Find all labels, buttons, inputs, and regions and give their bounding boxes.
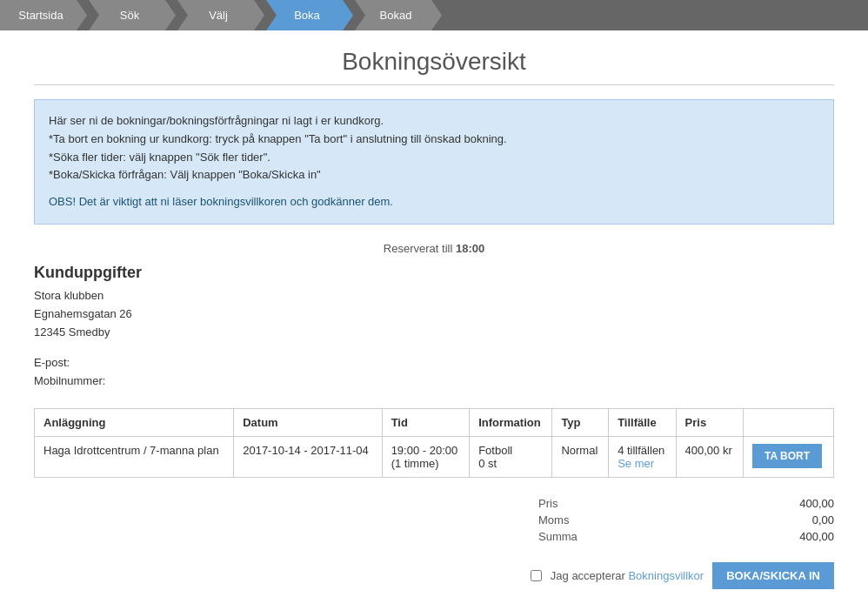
breadcrumb: StartsidaSökVäljBokaBokad [0,0,868,30]
reserved-bar: Reserverat till 18:00 [34,242,834,255]
moms-value: 0,00 [812,513,834,527]
customer-address2: 12345 Smedby [34,324,834,342]
tid-cell: 19:00 - 20:00(1 timme) [382,436,470,477]
breadcrumb-item-sök[interactable]: Sök [89,0,176,30]
col-header-anläggning: Anläggning [35,408,234,436]
info-box: Här ser ni de bokningar/bokningsförfrågn… [34,99,834,225]
anlaggning-cell: Haga Idrottcentrum / 7-manna plan [35,436,234,477]
accept-checkbox[interactable] [531,570,542,581]
pris-value: 400,00 [799,497,834,510]
datum-cell: 2017-10-14 - 2017-11-04 [234,436,382,477]
breadcrumb-item-startsida[interactable]: Startsida [0,0,87,30]
summa-value: 400,00 [799,530,834,543]
reserved-time: 18:00 [456,242,484,255]
breadcrumb-item-välj[interactable]: Välj [177,0,264,30]
col-header-typ: Typ [552,408,609,436]
customer-email-label: E-post: [34,354,834,372]
table-row: Haga Idrottcentrum / 7-manna plan2017-10… [35,436,834,477]
pris-cell: 400,00 kr [676,436,743,477]
col-header-information: Information [470,408,552,436]
col-header-pris: Pris [676,408,743,436]
customer-section: Kunduppgifter Stora klubben Egnahemsgata… [34,264,834,391]
moms-label: Moms [538,513,569,527]
info-line3: *Söka fler tider: välj knappen "Sök fler… [49,149,819,167]
bokningsvillkor-link[interactable]: Bokningsvillkor [628,569,704,582]
information-cell: Fotboll0 st [470,436,552,477]
pris-label: Pris [538,497,558,510]
boka-skicka-button[interactable]: BOKA/SKICKA IN [712,562,834,589]
breadcrumb-item-boka[interactable]: Boka [266,0,353,30]
customer-address1: Egnahemsgatan 26 [34,305,834,324]
summa-label: Summa [538,530,578,543]
see-more-link[interactable]: Se mer [618,457,654,470]
summary-section: Pris 400,00 Moms 0,00 Summa 400,00 [34,495,834,545]
action-cell: TA BORT [743,436,833,477]
customer-mobile-label: Mobilnummer: [34,372,834,391]
col-header- [743,408,833,436]
customer-heading: Kunduppgifter [34,264,834,282]
ta-bort-button[interactable]: TA BORT [752,444,822,468]
info-line2: *Ta bort en bokning ur kundkorg: tryck p… [49,131,819,149]
info-obs: OBS! Det är viktigt att ni läser bokning… [49,193,819,211]
accept-row: Jag accepterar Bokningsvillkor BOKA/SKIC… [34,562,834,589]
breadcrumb-item-bokad[interactable]: Bokad [355,0,442,30]
typ-cell: Normal [552,436,609,477]
tillfall-cell: 4 tillfällenSe mer [609,436,676,477]
reserved-label: Reserverat till [384,242,452,255]
col-header-tid: Tid [382,408,470,436]
accept-label: Jag accepterar Bokningsvillkor [551,569,704,582]
col-header-tillfälle: Tillfälle [609,408,676,436]
customer-name: Stora klubben [34,287,834,305]
col-header-datum: Datum [234,408,382,436]
info-line1: Här ser ni de bokningar/bokningsförfrågn… [49,112,819,131]
info-line4: *Boka/Skicka förfrågan: Välj knappen "Bo… [49,166,819,184]
bookings-table: AnläggningDatumTidInformationTypTillfäll… [34,408,834,478]
page-title: Bokningsöversikt [34,48,834,76]
